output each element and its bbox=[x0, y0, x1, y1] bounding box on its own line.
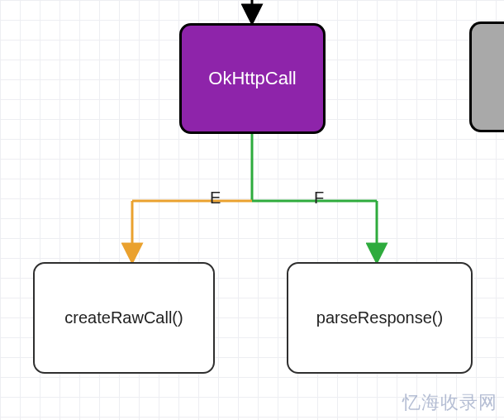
node-createrawcall[interactable]: createRawCall() bbox=[33, 262, 215, 374]
edge-label-f: F bbox=[314, 189, 324, 208]
node-parseresponse[interactable]: parseResponse() bbox=[287, 262, 473, 374]
node-label: parseResponse() bbox=[316, 308, 443, 327]
node-label: OkHttpCall bbox=[208, 68, 296, 89]
node-label: createRawCall() bbox=[64, 308, 183, 327]
node-side-partial[interactable] bbox=[469, 21, 504, 132]
edge-label-e: E bbox=[210, 189, 221, 208]
node-okhttpcall[interactable]: OkHttpCall bbox=[179, 23, 326, 134]
